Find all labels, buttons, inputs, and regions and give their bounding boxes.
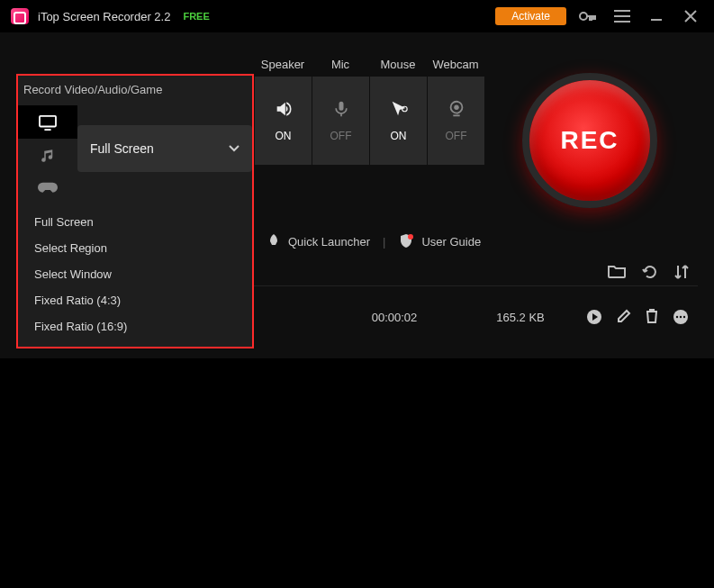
more-icon[interactable] (673, 309, 689, 325)
webcam-state: OFF (446, 130, 467, 142)
svg-point-11 (676, 316, 678, 318)
monitor-icon (38, 114, 58, 131)
minimize-icon[interactable] (644, 4, 669, 29)
webcam-header: Webcam (427, 58, 484, 71)
svg-point-3 (454, 104, 459, 110)
menu-option[interactable]: Select Region (18, 235, 252, 261)
speaker-state: ON (276, 130, 292, 142)
play-icon[interactable] (586, 309, 602, 325)
activate-button[interactable]: Activate (495, 7, 566, 25)
speaker-icon (274, 99, 294, 119)
mic-state: OFF (330, 130, 352, 142)
mouse-header: Mouse (369, 58, 427, 71)
capture-area-dropdown[interactable]: Full Screen (77, 125, 252, 172)
app-title: iTop Screen Recorder 2.2 (38, 10, 170, 23)
mouse-state: ON (391, 130, 407, 142)
svg-point-0 (580, 13, 587, 20)
chevron-down-icon (229, 145, 240, 152)
video-size: 165.2 KB (457, 311, 583, 324)
speaker-header: Speaker (254, 58, 312, 71)
speaker-toggle[interactable]: ON (254, 77, 312, 165)
app-logo-icon (11, 8, 29, 24)
gamepad-icon (38, 182, 58, 196)
video-duration: 00:00:02 (331, 311, 457, 324)
open-folder-icon[interactable] (608, 264, 626, 280)
close-icon[interactable] (678, 4, 703, 29)
webcam-toggle[interactable]: OFF (427, 77, 484, 165)
titlebar: iTop Screen Recorder 2.2 FREE Activate (0, 0, 714, 32)
svg-point-1 (402, 106, 407, 112)
webcam-icon (447, 99, 466, 119)
shield-icon (398, 233, 414, 249)
svg-point-5 (408, 234, 413, 240)
record-source-panel: Record Video/Audio/Game Full Screen Full… (16, 74, 254, 348)
menu-option[interactable]: Select Window (18, 261, 252, 287)
capture-area-menu: Full Screen Select Region Select Window … (18, 205, 252, 347)
quick-launcher-link[interactable]: Quick Launcher (267, 234, 370, 249)
music-icon (40, 148, 56, 164)
menu-option[interactable]: Fixed Ratio (4:3) (18, 287, 252, 313)
rocket-icon (267, 234, 281, 249)
mic-header: Mic (312, 58, 369, 71)
dropdown-selected: Full Screen (90, 141, 154, 156)
edit-icon[interactable] (617, 309, 631, 325)
screen-mode-tab[interactable] (18, 105, 77, 139)
menu-option[interactable]: Full Screen (18, 209, 252, 235)
audio-mode-tab[interactable] (18, 139, 77, 172)
cursor-icon (389, 99, 409, 119)
record-button[interactable]: REC (522, 73, 657, 208)
sort-icon[interactable] (674, 264, 689, 280)
free-badge: FREE (183, 11, 209, 22)
svg-point-12 (680, 316, 682, 318)
trash-icon[interactable] (646, 309, 658, 325)
record-panel-title: Record Video/Audio/Game (18, 76, 252, 105)
menu-icon[interactable] (610, 4, 635, 29)
svg-point-13 (683, 316, 685, 318)
mode-header-row: Record Video/Audio/Game Speaker Mic Mous… (16, 58, 698, 71)
mouse-toggle[interactable]: ON (369, 77, 427, 165)
game-mode-tab[interactable] (18, 172, 77, 205)
key-icon[interactable] (575, 4, 601, 29)
user-guide-link[interactable]: User Guide (398, 233, 481, 249)
mic-toggle[interactable]: OFF (312, 77, 369, 165)
svg-rect-4 (40, 115, 56, 126)
refresh-icon[interactable] (642, 264, 658, 280)
mic-icon (332, 99, 350, 119)
menu-option[interactable]: Fixed Ratio (16:9) (18, 313, 252, 339)
